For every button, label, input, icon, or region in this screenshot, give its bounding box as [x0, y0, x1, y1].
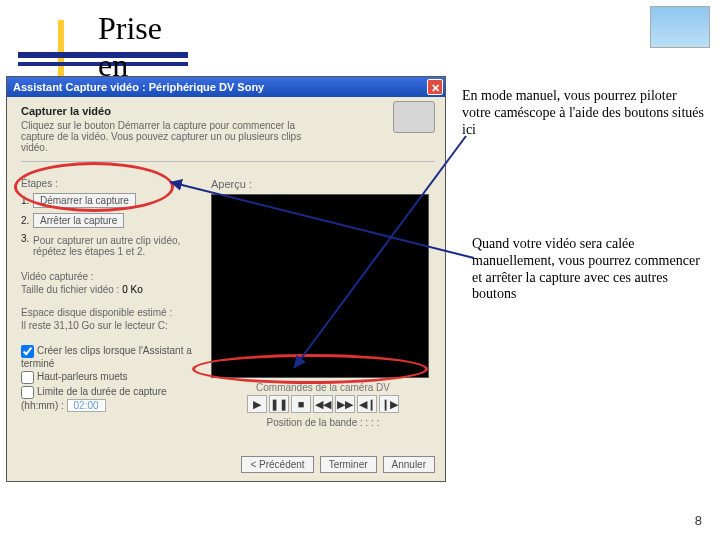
chk-create-clips[interactable] [21, 345, 34, 358]
capture-wizard-window: Assistant Capture vidéo : Périphérique D… [6, 76, 446, 482]
section-description: Cliquez sur le bouton Démarrer la captur… [21, 120, 321, 153]
size-value: 0 Ko [122, 284, 143, 295]
section-heading: Capturer la vidéo [21, 105, 435, 117]
start-capture-button[interactable]: Démarrer la capture [33, 193, 136, 208]
step3-text: Pour capturer un autre clip vidéo, répét… [33, 235, 201, 257]
dv-pause-icon[interactable]: ❚❚ [269, 395, 289, 413]
disk-label: Espace disque disponible estimé : [21, 307, 201, 318]
dv-controls-label: Commandes de la caméra DV [211, 382, 435, 393]
cancel-button[interactable]: Annuler [383, 456, 435, 473]
chk-create-clips-label: Créer les clips lorsque l'Assistant a te… [21, 345, 192, 369]
video-preview [211, 194, 429, 378]
dv-ff-icon[interactable]: ▶▶ [335, 395, 355, 413]
page-number: 8 [695, 513, 702, 528]
tape-position: Position de la bande : : : : [211, 417, 435, 428]
chk-limit[interactable] [21, 386, 34, 399]
captured-label: Vidéo capturée : [21, 271, 201, 282]
logo [650, 6, 710, 48]
dv-prev-icon[interactable]: ◀❙ [357, 395, 377, 413]
dv-next-icon[interactable]: ❙▶ [379, 395, 399, 413]
size-label: Taille du fichier vidéo : [21, 284, 119, 295]
window-title-text: Assistant Capture vidéo : Périphérique D… [13, 81, 264, 93]
preview-label: Aperçu : [211, 178, 435, 190]
camcorder-icon [393, 101, 435, 133]
dv-stop-icon[interactable]: ■ [291, 395, 311, 413]
chk-mute[interactable] [21, 371, 34, 384]
finish-button[interactable]: Terminer [320, 456, 377, 473]
annotation-2: Quand votre vidéo sera calée manuellemen… [472, 236, 710, 303]
dv-play-icon[interactable]: ▶ [247, 395, 267, 413]
annotation-1: En mode manuel, vous pourrez piloter vot… [462, 88, 708, 138]
time-limit-value[interactable]: 02:00 [67, 399, 106, 412]
stop-capture-button[interactable]: Arrêter la capture [33, 213, 124, 228]
dv-rewind-icon[interactable]: ◀◀ [313, 395, 333, 413]
close-icon[interactable]: ✕ [427, 79, 443, 95]
disk-value: Il reste 31,10 Go sur le lecteur C: [21, 320, 201, 331]
steps-label: Étapes : [21, 178, 201, 189]
dv-controls: ▶ ❚❚ ■ ◀◀ ▶▶ ◀❙ ❙▶ [211, 395, 435, 413]
previous-button[interactable]: < Précédent [241, 456, 313, 473]
chk-mute-label: Haut-parleurs muets [37, 371, 128, 382]
window-titlebar: Assistant Capture vidéo : Périphérique D… [7, 77, 445, 97]
